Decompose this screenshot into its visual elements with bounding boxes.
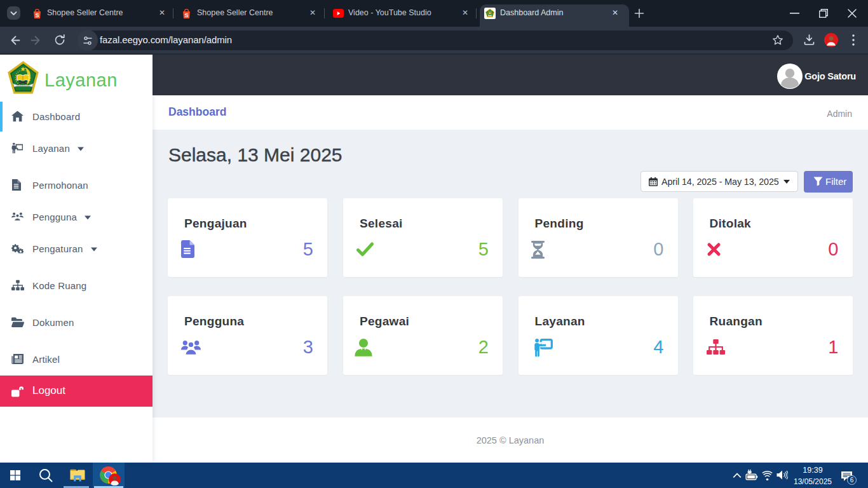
svg-text:S: S [35,12,39,18]
svg-text:S: S [184,12,188,18]
